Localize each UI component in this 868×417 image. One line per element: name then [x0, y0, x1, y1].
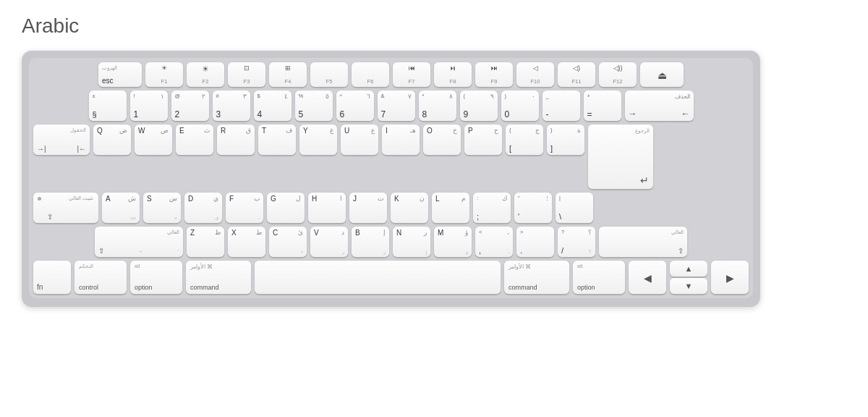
key-u[interactable]: U ع — [341, 125, 378, 155]
key-z[interactable]: Z ظ — [187, 227, 224, 257]
key-f10[interactable]: ◁ F10 — [516, 62, 554, 87]
key-r[interactable]: R ق — [217, 125, 255, 155]
fn-row: الهروب esc ☀ F1 ☀ F2 ⊡ F3 — [33, 62, 749, 87]
key-0[interactable]: ) ٠ 0 — [501, 90, 539, 121]
key-arrow-right[interactable]: ▶ — [711, 261, 749, 294]
key-p[interactable]: P ح — [464, 125, 502, 155]
key-a[interactable]: A ش «» — [102, 193, 140, 223]
key-f5[interactable]: F5 — [310, 62, 348, 87]
number-row: ± § ! ١ 1 @ ٢ — [33, 90, 749, 121]
key-shift-right[interactable]: العالي ⇧ — [599, 227, 687, 257]
key-section[interactable]: ± § — [89, 90, 127, 121]
key-d[interactable]: D ي ى — [184, 193, 222, 223]
key-5[interactable]: % ٥ 5 — [295, 90, 333, 121]
modifier-row: fn التحكم control alt option الأوامر ⌘ — [33, 261, 749, 294]
key-i[interactable]: I هـ — [382, 125, 420, 155]
key-k[interactable]: K ن — [391, 193, 428, 223]
key-option-right[interactable]: alt option — [573, 261, 625, 294]
key-close-bracket[interactable]: } ة ] — [547, 125, 584, 155]
alpha-rows: الحقول →| |← Q ض — [33, 125, 749, 223]
key-o[interactable]: O خ — [423, 125, 461, 155]
key-f3[interactable]: ⊡ F3 — [228, 62, 265, 87]
key-open-bracket[interactable]: { ج [ — [506, 125, 543, 155]
key-f11[interactable]: ◁) F11 — [558, 62, 595, 87]
key-shift-left[interactable]: العالي ⇧ ~ ` — [95, 227, 183, 257]
key-slash[interactable]: ? ؟ / ؟ — [558, 227, 595, 257]
key-caps-lock[interactable]: تثبيت العالي ⇪ — [33, 193, 98, 223]
key-w[interactable]: W ص — [135, 125, 172, 155]
key-v[interactable]: V د ر — [310, 227, 348, 257]
key-b[interactable]: B إ ز — [352, 227, 389, 257]
key-eject[interactable]: ⏏ — [640, 62, 684, 87]
key-minus[interactable]: _ - — [542, 90, 580, 121]
key-option-left[interactable]: alt option — [130, 261, 182, 294]
key-space[interactable] — [255, 261, 501, 294]
arrow-up-down-cluster: ▲ ▼ — [670, 261, 707, 294]
key-f6[interactable]: F6 — [352, 62, 389, 87]
key-period[interactable]: > . . — [516, 227, 554, 257]
key-1[interactable]: ! ١ 1 — [130, 90, 168, 121]
key-arrow-left[interactable]: ◀ — [629, 261, 666, 294]
key-f[interactable]: F ب ـ — [226, 193, 263, 223]
key-3[interactable]: # ٣ 3 — [213, 90, 250, 121]
key-7[interactable]: & ٧ 7 — [378, 90, 415, 121]
key-q[interactable]: Q ض — [93, 125, 131, 155]
key-comma[interactable]: < ، , ، — [475, 227, 513, 257]
key-command-right[interactable]: الأوامر ⌘ command — [504, 261, 569, 294]
key-f12[interactable]: ◁)) F12 — [599, 62, 637, 87]
key-8[interactable]: * ٨ 8 — [419, 90, 456, 121]
asdf-row: تثبيت العالي ⇪ A ش «» — [33, 193, 749, 223]
key-y[interactable]: Y غ — [299, 125, 337, 155]
key-f8[interactable]: ⏯ F8 — [434, 62, 472, 87]
key-control[interactable]: التحكم control — [75, 261, 127, 294]
key-f7[interactable]: ⏮ F7 — [393, 62, 430, 87]
qwerty-row: الحقول →| |← Q ض — [33, 125, 749, 189]
key-f9[interactable]: ⏭ F9 — [475, 62, 513, 87]
key-4[interactable]: $ ٤ 4 — [254, 90, 292, 121]
key-f4[interactable]: ⊞ F4 — [269, 62, 307, 87]
key-c[interactable]: C ئ ء — [269, 227, 307, 257]
key-enter[interactable]: الرجوع ↵ — [588, 125, 653, 189]
key-m[interactable]: M ؤ و — [434, 227, 472, 257]
key-6[interactable]: ^ ٦ 6 — [336, 90, 374, 121]
key-command-left[interactable]: الأوامر ⌘ command — [186, 261, 251, 294]
key-x[interactable]: X ط — [228, 227, 265, 257]
key-fn[interactable]: fn — [33, 261, 71, 294]
key-arrow-down[interactable]: ▼ — [670, 278, 707, 294]
key-j[interactable]: J ت — [349, 193, 387, 223]
key-s[interactable]: S س » — [143, 193, 181, 223]
key-l[interactable]: L م — [432, 193, 469, 223]
key-n[interactable]: N ر | — [393, 227, 430, 257]
key-g[interactable]: G ل — [267, 193, 305, 223]
key-tab[interactable]: الحقول →| |← — [33, 125, 90, 155]
key-2[interactable]: @ ٢ 2 — [171, 90, 209, 121]
key-h[interactable]: H ا — [308, 193, 346, 223]
key-f2[interactable]: ☀ F2 — [187, 62, 224, 87]
key-arrow-up[interactable]: ▲ — [670, 261, 707, 277]
key-t[interactable]: T ف — [258, 125, 296, 155]
page-title: Arabic — [22, 14, 79, 38]
key-backspace[interactable]: الحذف → ← — [625, 90, 694, 121]
keyboard: الهروب esc ☀ F1 ☀ F2 ⊡ F3 — [22, 51, 760, 307]
key-esc[interactable]: الهروب esc — [98, 62, 142, 87]
key-e[interactable]: E ث — [176, 125, 213, 155]
key-quote[interactable]: " ؛ ' — [514, 193, 552, 223]
key-9[interactable]: ( ٩ 9 — [460, 90, 498, 121]
key-semicolon[interactable]: : ك ; — [473, 193, 511, 223]
key-f1[interactable]: ☀ F1 — [145, 62, 183, 87]
zxcv-row: العالي ⇧ ~ ` Z ظ X ط — [33, 227, 749, 257]
key-backslash[interactable]: | \ — [556, 193, 593, 223]
key-equals[interactable]: + = — [584, 90, 621, 121]
